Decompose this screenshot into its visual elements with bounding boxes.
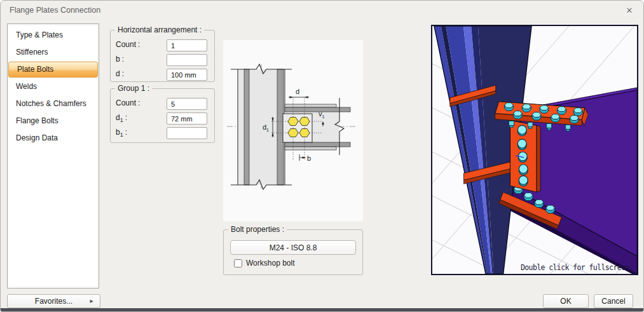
3d-preview-viewport[interactable]: Double click for fullscreen. bbox=[431, 25, 638, 275]
d1-label: d1: bbox=[116, 113, 167, 123]
group-title: Group 1 : bbox=[115, 84, 152, 93]
3d-scene bbox=[432, 26, 637, 274]
sidebar-item-type-plates[interactable]: Type & Plates bbox=[8, 27, 99, 44]
group-title: Bolt properties : bbox=[228, 225, 287, 234]
sidebar-item-welds[interactable]: Welds bbox=[8, 78, 99, 95]
workshop-bolt-checkbox[interactable] bbox=[234, 259, 242, 268]
bolt-arrangement-diagram: d d1 v1 b bbox=[223, 40, 363, 221]
web-plate-3d bbox=[510, 120, 540, 192]
d-label: d: bbox=[116, 69, 167, 79]
sidebar-item-stiffeners[interactable]: Stiffeners bbox=[8, 44, 99, 61]
group-title: Horizontal arrangement : bbox=[115, 25, 204, 34]
horizontal-arrangement-group: Horizontal arrangement : Count: b: d: bbox=[110, 30, 215, 82]
field-row: b1: bbox=[116, 127, 207, 139]
group1-group: Group 1 : Count: d1: b1: bbox=[110, 88, 215, 143]
dim-b: b bbox=[299, 154, 311, 162]
flange-plates-connection-dialog: Flange Plates Connection ✕ Type & Plates… bbox=[0, 0, 644, 312]
sidebar-item-plate-bolts[interactable]: Plate Bolts bbox=[8, 62, 98, 78]
field-row: d1: bbox=[116, 112, 207, 125]
svg-text:d: d bbox=[296, 88, 299, 95]
d1-input[interactable] bbox=[167, 112, 207, 125]
dialog-title: Flange Plates Connection bbox=[10, 6, 100, 15]
workshop-bolt-label: Workshop bolt bbox=[246, 259, 294, 268]
favorites-button[interactable]: Favorites... ▶ bbox=[7, 294, 100, 308]
field-row: Count: bbox=[116, 98, 207, 110]
diagram-svg: d d1 v1 b bbox=[223, 40, 363, 221]
b-input[interactable] bbox=[167, 54, 207, 66]
close-icon[interactable]: ✕ bbox=[623, 4, 636, 17]
bolt-type-button[interactable]: M24 - ISO 8.8 bbox=[230, 240, 356, 255]
d-input[interactable] bbox=[167, 69, 207, 81]
window-bottom-edge bbox=[1, 308, 643, 311]
count-label: Count: bbox=[116, 40, 167, 50]
dim-d: d bbox=[289, 88, 309, 98]
count-label: Count: bbox=[116, 98, 167, 109]
b-label: b: bbox=[116, 55, 167, 65]
field-row: d: bbox=[116, 69, 207, 81]
title-bar[interactable]: Flange Plates Connection ✕ bbox=[1, 1, 643, 21]
field-row: b: bbox=[116, 54, 207, 66]
bolt-properties-group: Bolt properties : M24 - ISO 8.8 Workshop… bbox=[223, 229, 363, 275]
chevron-right-icon: ▶ bbox=[90, 295, 93, 308]
b1-label: b1: bbox=[116, 128, 167, 138]
workshop-bolt-row: Workshop bolt bbox=[234, 259, 362, 268]
count-input[interactable] bbox=[167, 39, 207, 51]
ok-button[interactable]: OK bbox=[543, 294, 589, 308]
b1-input[interactable] bbox=[167, 127, 207, 139]
fullscreen-hint: Double click for fullscreen. bbox=[521, 263, 633, 272]
count-input[interactable] bbox=[167, 98, 207, 110]
sidebar: Type & Plates Stiffeners Plate Bolts Wel… bbox=[7, 24, 99, 288]
cancel-button[interactable]: Cancel bbox=[594, 294, 633, 308]
sidebar-item-notches-chamfers[interactable]: Notches & Chamfers bbox=[8, 95, 99, 112]
sidebar-item-flange-bolts[interactable]: Flange Bolts bbox=[8, 112, 99, 130]
sidebar-item-design-data[interactable]: Design Data bbox=[8, 130, 99, 147]
field-row: Count: bbox=[116, 39, 207, 51]
svg-text:b: b bbox=[307, 154, 311, 162]
